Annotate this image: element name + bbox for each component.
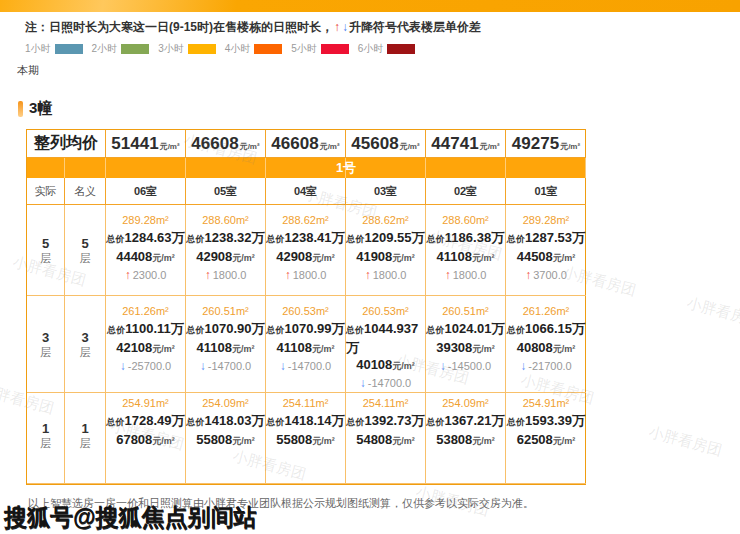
header-room-01: 01室 xyxy=(506,178,586,205)
price-value: 55808 xyxy=(276,432,312,447)
unit-area: 260.53m² xyxy=(282,303,328,320)
unit-total-price: 总价1392.73万 xyxy=(347,412,425,431)
total-label: 总价 xyxy=(427,417,445,427)
legend-label: 4小时 xyxy=(225,42,251,56)
wan-suffix: 万 xyxy=(572,413,585,428)
change-value: -14500.0 xyxy=(448,360,491,372)
price-unit: 元/m² xyxy=(232,344,255,354)
legend-item-5h: 5小时 xyxy=(291,42,349,56)
total-value: 1070.90 xyxy=(205,321,252,336)
unit-price: 44508元/m² xyxy=(517,248,576,267)
price-value: 55808 xyxy=(196,432,232,447)
total-value: 1728.49 xyxy=(125,413,172,428)
avg-price-row: 整列均价 51441元/m² 46608元/m² 46608元/m² 45608… xyxy=(27,130,585,158)
diagonal-watermark: 小胖看房团 xyxy=(685,294,740,332)
building-number-label: 1号 xyxy=(106,158,586,178)
avg-value: 51441 xyxy=(111,134,158,154)
unit-area: 254.91m² xyxy=(523,395,569,412)
wan-suffix: 万 xyxy=(572,230,585,245)
change-value: 2300.0 xyxy=(133,269,167,281)
price-unit: 元/m² xyxy=(472,253,495,263)
unit-change: ↓-14700.0 xyxy=(200,358,251,375)
up-arrow-icon: ↑ xyxy=(445,268,451,282)
total-value: 1284.63 xyxy=(125,230,172,245)
floor-nominal-label: 1层 xyxy=(65,388,106,484)
total-label: 总价 xyxy=(346,325,364,335)
total-label: 总价 xyxy=(107,417,125,427)
avg-value: 46608 xyxy=(271,134,318,154)
total-label: 总价 xyxy=(427,325,445,335)
unit-price: 39308元/m² xyxy=(436,339,495,358)
unit-total-price: 总价1070.99万 xyxy=(267,320,345,339)
unit-change: ↓-21700.0 xyxy=(520,358,571,375)
wan-suffix: 万 xyxy=(252,230,265,245)
price-value: 42908 xyxy=(196,249,232,264)
price-table: 整列均价 51441元/m² 46608元/m² 46608元/m² 45608… xyxy=(26,129,586,485)
unit-cell-5f-05: 288.60m² 总价1238.32万 42908元/m² ↑1800.0 xyxy=(186,205,266,296)
unit-cell-3f-03: 260.53m² 总价1044.937万 40108元/m² ↓-14700.0 xyxy=(346,296,426,393)
floor-number: 5 xyxy=(81,236,88,251)
unit-cell-5f-06: 289.28m² 总价1284.63万 44408元/m² ↑2300.0 xyxy=(106,205,186,296)
unit-area: 288.60m² xyxy=(202,212,248,229)
building-band: 1号 xyxy=(27,158,585,178)
unit-cell-3f-05: 260.51m² 总价1070.90万 41108元/m² ↓-14700.0 xyxy=(186,296,266,393)
change-value: 3700.0 xyxy=(533,269,567,281)
wan-suffix: 万 xyxy=(572,321,585,336)
title-accent-bar xyxy=(18,101,23,117)
total-label: 总价 xyxy=(267,234,285,244)
change-value: 1800.0 xyxy=(293,269,327,281)
total-value: 1238.41 xyxy=(285,230,332,245)
unit-total-price: 总价1238.41万 xyxy=(267,229,345,248)
legend-label: 3小时 xyxy=(158,42,184,56)
total-value: 1066.15 xyxy=(525,321,572,336)
down-arrow-icon: ↓ xyxy=(341,20,349,34)
up-arrow-icon: ↑ xyxy=(125,268,131,282)
price-unit: 元/m² xyxy=(392,253,415,263)
avg-unit: 元/m² xyxy=(480,141,500,152)
price-unit: 元/m² xyxy=(152,344,175,354)
header-actual: 实际 xyxy=(27,178,65,205)
unit-price: 53808元/m² xyxy=(436,431,495,450)
change-value: -14700.0 xyxy=(208,360,251,372)
price-value: 42108 xyxy=(116,340,152,355)
floor-row-3: 3层 3层 261.26m² 总价1100.11万 42108元/m² ↓-25… xyxy=(27,296,585,388)
price-value: 41108 xyxy=(437,249,472,264)
unit-total-price: 总价1418.14万 xyxy=(267,412,345,431)
total-label: 总价 xyxy=(267,325,285,335)
total-label: 总价 xyxy=(107,234,125,244)
unit-area: 260.53m² xyxy=(362,303,408,320)
price-value: 40108 xyxy=(356,357,392,372)
total-value: 1186.38 xyxy=(445,230,491,245)
total-value: 1418.03 xyxy=(205,413,252,428)
floor-row-5: 5层 5层 289.28m² 总价1284.63万 44408元/m² ↑230… xyxy=(27,205,585,296)
unit-cell-5f-02: 288.60m² 总价1186.38万 41108元/m² ↑1800.0 xyxy=(426,205,506,296)
legend-item-3h: 3小时 xyxy=(158,42,216,56)
legend-swatch-6h xyxy=(387,44,415,54)
wan-suffix: 万 xyxy=(332,230,345,245)
total-value: 1367.21 xyxy=(445,413,492,428)
price-value: 44408 xyxy=(116,249,152,264)
unit-area: 288.62m² xyxy=(282,212,328,229)
top-banner xyxy=(0,0,740,12)
unit-area: 260.51m² xyxy=(442,303,488,320)
change-value: -14700.0 xyxy=(288,360,331,372)
unit-price: 55808元/m² xyxy=(276,431,335,450)
floor-number: 3 xyxy=(81,330,88,345)
legend-swatch-5h xyxy=(321,44,349,54)
unit-change: ↑1800.0 xyxy=(445,267,487,284)
total-label: 总价 xyxy=(267,417,285,427)
unit-total-price: 总价1044.937万 xyxy=(346,320,425,356)
floor-actual-label: 3层 xyxy=(27,296,65,393)
floor-row-1: 1层 1层 254.91m² 总价1728.49万 67808元/m² 254.… xyxy=(27,388,585,484)
price-unit: 元/m² xyxy=(152,436,175,446)
wan-suffix: 万 xyxy=(172,230,185,245)
unit-price: 41108元/m² xyxy=(277,339,335,358)
price-value: 62508 xyxy=(517,432,553,447)
floor-suffix: 层 xyxy=(80,345,91,359)
unit-area: 254.11m² xyxy=(363,395,409,412)
header-nominal: 名义 xyxy=(65,178,106,205)
price-unit: 元/m² xyxy=(232,436,255,446)
price-value: 67808 xyxy=(116,432,152,447)
header-room-05: 05室 xyxy=(186,178,266,205)
unit-cell-1f-06: 254.91m² 总价1728.49万 67808元/m² xyxy=(106,388,186,484)
